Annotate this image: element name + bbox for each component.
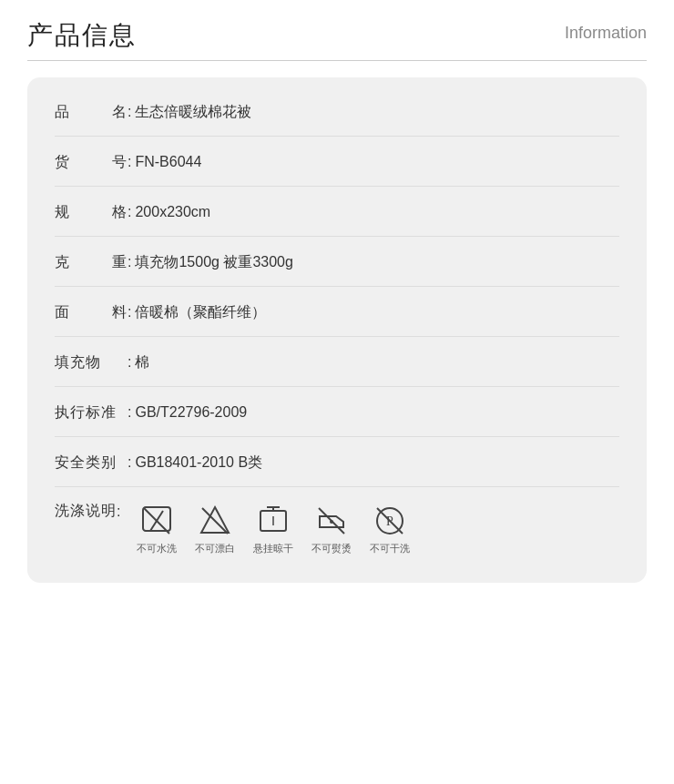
row-weight: 克 重 : 填充物1500g 被重3300g xyxy=(55,237,619,287)
value-material: 倍暖棉（聚酯纤维） xyxy=(135,301,266,323)
wash-icon-no-iron: 不可熨烫 xyxy=(311,504,352,555)
value-name: 生态倍暖绒棉花被 xyxy=(135,101,251,123)
colon-name: : xyxy=(128,104,131,120)
wash-label-group: 洗涤说明 : xyxy=(55,502,137,521)
page-title-cn: 产品信息 xyxy=(27,18,137,53)
hang-dry-label: 悬挂晾干 xyxy=(253,542,293,555)
colon-number: : xyxy=(128,154,131,170)
wash-icons: 不可水洗 不可漂白 悬挂晾干 xyxy=(137,504,410,555)
row-wash: 洗涤说明 : 不可水洗 不可漂白 xyxy=(55,487,619,565)
label-wash: 洗涤说明 xyxy=(55,502,117,521)
no-wash-icon xyxy=(139,504,174,538)
no-dry-icon: P xyxy=(373,504,407,538)
value-standard: GB/T22796-2009 xyxy=(135,402,247,423)
colon-standard: : xyxy=(128,404,131,421)
page-header: 产品信息 Information xyxy=(27,18,647,53)
label-material: 面 料 xyxy=(55,303,128,322)
wash-icon-hang-dry: 悬挂晾干 xyxy=(253,504,293,555)
label-safety: 安全类别 xyxy=(55,453,128,473)
colon-filling: : xyxy=(128,354,131,371)
label-name: 品 名 xyxy=(55,103,128,122)
colon-weight: : xyxy=(128,254,131,270)
row-standard: 执行标准 : GB/T22796-2009 xyxy=(55,387,619,437)
row-number: 货 号 : FN-B6044 xyxy=(55,137,619,187)
row-size: 规 格 : 200x230cm xyxy=(55,187,619,237)
row-name: 品 名 : 生态倍暖绒棉花被 xyxy=(55,87,619,137)
header-divider xyxy=(27,60,647,61)
value-filling: 棉 xyxy=(135,351,149,373)
row-filling: 填充物 : 棉 xyxy=(55,337,619,387)
no-iron-icon xyxy=(314,504,349,538)
no-dry-label: 不可干洗 xyxy=(370,542,410,555)
svg-line-9 xyxy=(319,508,344,534)
colon-safety: : xyxy=(128,454,131,471)
label-standard: 执行标准 xyxy=(55,403,128,423)
colon-material: : xyxy=(128,304,131,321)
label-size: 规 格 xyxy=(55,203,128,222)
page-title-en: Information xyxy=(565,24,647,43)
colon-wash: : xyxy=(117,504,120,520)
no-bleach-icon xyxy=(198,504,232,538)
wash-icon-no-wash: 不可水洗 xyxy=(137,504,177,555)
label-weight: 克 重 xyxy=(55,253,128,272)
no-wash-label: 不可水洗 xyxy=(137,542,177,555)
info-card: 品 名 : 生态倍暖绒棉花被 货 号 : FN-B6044 规 格 : 200x… xyxy=(27,77,647,583)
wash-icon-no-bleach: 不可漂白 xyxy=(195,504,235,555)
row-safety: 安全类别 : GB18401-2010 B类 xyxy=(55,437,619,487)
no-bleach-label: 不可漂白 xyxy=(195,542,235,555)
svg-line-1 xyxy=(144,508,169,534)
no-iron-label: 不可熨烫 xyxy=(311,542,352,555)
wash-icon-no-dry: P 不可干洗 xyxy=(370,504,410,555)
label-filling: 填充物 xyxy=(55,353,128,372)
value-number: FN-B6044 xyxy=(135,151,201,173)
colon-size: : xyxy=(128,204,131,220)
label-number: 货 号 xyxy=(55,153,128,172)
hang-dry-icon xyxy=(256,504,291,538)
value-size: 200x230cm xyxy=(135,201,210,223)
value-weight: 填充物1500g 被重3300g xyxy=(135,251,292,273)
value-safety: GB18401-2010 B类 xyxy=(135,452,262,473)
row-material: 面 料 : 倍暖棉（聚酯纤维） xyxy=(55,287,619,337)
svg-line-3 xyxy=(202,508,228,534)
